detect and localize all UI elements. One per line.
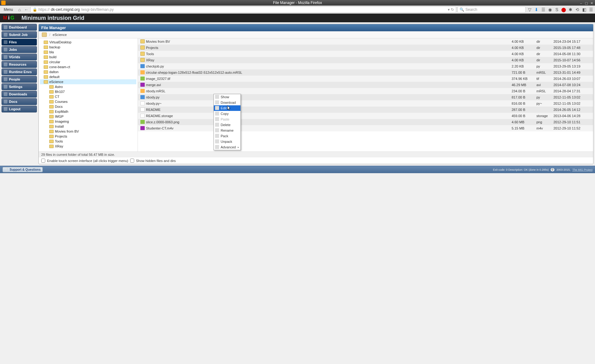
hamburger-icon[interactable]: ☰ <box>588 7 594 12</box>
tree-item[interactable]: CT <box>40 94 136 99</box>
ctx-icon <box>215 128 219 132</box>
sidenav-item-runtime-envs[interactable]: Runtime Envs <box>2 68 37 75</box>
url-bar[interactable]: 🔒 https://dk-cert.migrid.org/wsgi-bin/fi… <box>30 7 456 13</box>
file-row[interactable]: README287.00 B2014-26-05 14:12 <box>138 107 593 113</box>
sidenav-label: Downloads <box>9 92 27 96</box>
adblock-icon[interactable]: ⬤ <box>561 7 566 12</box>
ctx-label: Delete <box>221 123 231 127</box>
file-row[interactable]: Tools4.00 KBdir2014-05-08 11:30 <box>138 51 593 57</box>
home-icon[interactable]: ⌂ <box>17 7 22 12</box>
tree-item[interactable]: eScience <box>40 79 136 84</box>
sidenav-item-settings[interactable]: Settings <box>2 83 37 90</box>
tree-item[interactable]: default <box>40 74 136 79</box>
tree-item[interactable]: backup <box>40 45 136 50</box>
tree-item[interactable]: Tools <box>40 139 136 144</box>
file-date: 2012-11-05 13:02 <box>553 95 591 99</box>
downloads-icon[interactable]: ⬇ <box>534 7 539 12</box>
file-row[interactable]: Studenter-CT.m4v5.15 MBm4v2012-29-10 11:… <box>138 125 593 131</box>
folder-icon <box>49 95 54 99</box>
tree-item[interactable]: dalton <box>40 69 136 74</box>
gear-icon[interactable]: ✱ <box>568 7 573 12</box>
file-row[interactable]: merge.avi46.29 MBavi2014-07-08 10:24 <box>138 82 593 88</box>
tree-item[interactable]: cone-beam-ct <box>40 64 136 69</box>
file-row[interactable]: circular-shepp-logan-128x512-float32-512… <box>138 69 593 76</box>
bookmark-icon[interactable]: ◧ <box>581 7 587 12</box>
sidenav-item-docs[interactable]: Docs <box>2 98 37 105</box>
sidenav-item-dashboard[interactable]: Dashboard <box>2 24 37 31</box>
project-link[interactable]: The MiG Project <box>572 168 593 171</box>
ctx-item-advanced[interactable]: Advanced▸ <box>214 144 240 150</box>
tree-item[interactable]: Docs <box>40 104 136 109</box>
tree-item[interactable]: Astro <box>40 84 136 89</box>
close-button[interactable]: ✕ <box>589 0 594 5</box>
tree-item[interactable]: Courses <box>40 99 136 104</box>
file-row[interactable]: Movies from BV4.00 KBdir2014-23-04 15:17 <box>138 38 593 45</box>
sidenav-label: Docs <box>9 100 17 103</box>
ext-icon-3[interactable]: S <box>554 7 560 12</box>
ctx-item-unpack[interactable]: Unpack <box>214 139 240 144</box>
sidenav-item-submit-job[interactable]: Submit Job <box>2 31 37 38</box>
ext-icon-1[interactable]: ☰ <box>540 7 546 12</box>
ext-icon-4[interactable]: ⟲ <box>575 7 580 12</box>
tree-item[interactable]: circular <box>40 59 136 64</box>
sidenav-item-resources[interactable]: Resources <box>2 61 37 68</box>
tree-item[interactable]: bla <box>40 50 136 55</box>
sidenav-item-jobs[interactable]: Jobs <box>2 46 37 53</box>
tree-item[interactable]: Projects <box>40 134 136 139</box>
sidenav-item-logout[interactable]: Logout <box>2 106 37 112</box>
search-bar[interactable]: 🔍 Search <box>457 7 526 13</box>
file-size: 4.00 KB <box>512 58 536 62</box>
back-icon[interactable]: ← <box>24 7 29 12</box>
ctx-item-pack[interactable]: Pack <box>214 133 240 139</box>
sidenav-item-people[interactable]: People <box>2 76 37 83</box>
file-row[interactable]: image_02327.tif374.96 KBtif2014-26-03 10… <box>138 76 593 82</box>
file-row[interactable]: XRay4.00 KBdir2015-10-07 14:56 <box>138 57 593 63</box>
tree-item[interactable]: Bh107 <box>40 89 136 94</box>
menu-button[interactable]: Menu <box>1 7 15 12</box>
ctx-item-edit[interactable]: Edit <box>214 105 240 111</box>
sidenav-item-downloads[interactable]: Downloads <box>2 91 37 98</box>
folder-icon <box>44 60 48 64</box>
breadcrumb-home-icon[interactable] <box>42 33 47 37</box>
support-button[interactable]: ❔ Support & Questions <box>2 167 43 172</box>
file-ext: mRSL <box>536 89 553 93</box>
hidden-checkbox[interactable] <box>130 159 134 163</box>
ctx-icon <box>215 95 219 99</box>
ext-icon-2[interactable]: ◉ <box>547 7 553 12</box>
file-row[interactable]: Projects4.00 KBdir2015-19-05 17:48 <box>138 45 593 51</box>
tree-item[interactable]: build <box>40 55 136 59</box>
ctx-item-delete[interactable]: Delete <box>214 122 240 128</box>
nav-icon <box>4 55 7 59</box>
ctx-item-copy[interactable]: Copy <box>214 111 240 116</box>
folder-icon <box>49 120 54 123</box>
tree-item[interactable]: Install <box>40 124 136 129</box>
sidenav-label: Submit Job <box>9 33 28 37</box>
file-row[interactable]: README.storage459.00 Bstorage2013-04-06 … <box>138 113 593 119</box>
file-row[interactable]: nbody.py817.00 Bpy2012-11-05 13:02 <box>138 94 593 100</box>
dropdown-icon[interactable]: ▾ <box>448 7 450 12</box>
tree-item[interactable]: IMGP <box>40 114 136 119</box>
file-row[interactable]: checkjob.py2.20 KBpy2013-29-05 13:19 <box>138 63 593 69</box>
tree-item[interactable]: ExpMath <box>40 109 136 114</box>
file-row[interactable]: nbody.mRSL234.00 BmRSL2014-28-04 17:31 <box>138 88 593 94</box>
file-row[interactable]: nbody.py~816.00 Bpy~2012-11-05 13:02 <box>138 100 593 107</box>
sidenav-item-files[interactable]: Files <box>2 39 37 46</box>
file-date: 2014-26-05 14:12 <box>553 108 591 112</box>
reload-icon[interactable]: ↻ <box>451 7 454 12</box>
ctx-item-rename[interactable]: Rename <box>214 128 240 133</box>
touch-checkbox[interactable] <box>41 159 45 163</box>
tree-item[interactable]: VirtualDesktop <box>40 40 136 45</box>
ctx-item-show[interactable]: Show <box>214 94 240 100</box>
pocket-icon[interactable]: ▽ <box>527 7 532 12</box>
minimize-button[interactable]: – <box>579 0 583 5</box>
maximize-button[interactable]: ▢ <box>584 0 588 5</box>
tree-item[interactable]: Movies from BV <box>40 129 136 134</box>
file-name: slice.z.0000-0063.png <box>146 120 179 124</box>
sidenav-item-vgrids[interactable]: VGrids <box>2 54 37 60</box>
ctx-item-download[interactable]: Download <box>214 100 240 105</box>
tree-item[interactable]: Imageing <box>40 119 136 124</box>
file-row[interactable]: slice.z.0000-0063.png4.60 MBpng2012-29-1… <box>138 119 593 125</box>
file-name: README.storage <box>146 114 173 118</box>
tree-item[interactable]: XRay <box>40 144 136 149</box>
breadcrumb-path[interactable]: eScience <box>53 33 67 37</box>
